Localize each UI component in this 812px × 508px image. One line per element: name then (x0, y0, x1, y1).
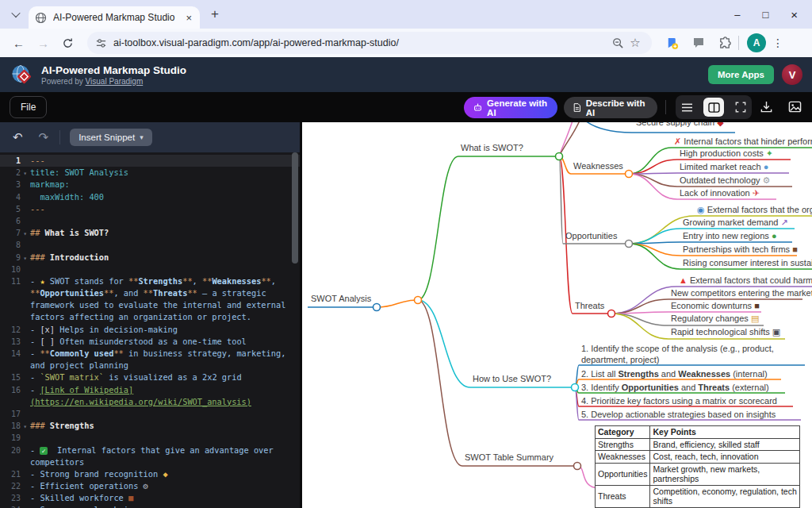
node-label-threat-2[interactable]: New competitors entering the market ✈ (671, 287, 812, 298)
table-cell: Competition, economy, regulation, tech s… (650, 485, 800, 507)
node-label-opportunity-1[interactable]: ◉ External factors that the organizatio (697, 204, 812, 215)
url-text[interactable]: ai-toolbox.visual-paradigm.com/app/ai-po… (113, 37, 609, 48)
back-button[interactable]: ← (13, 37, 25, 50)
export-image-icon[interactable] (788, 100, 802, 114)
node-label-opportunity-2[interactable]: Growing market demand ↗ (683, 217, 788, 228)
icon: ▤ (751, 314, 759, 323)
browser-toolbar: ← → ai-toolbox.visual-paradigm.com/app/a… (0, 29, 812, 57)
describe-with-ai-button[interactable]: Describe with AI (564, 97, 657, 118)
redo-button[interactable]: ↷ (39, 130, 49, 144)
file-menu-button[interactable]: File (10, 96, 47, 118)
editor-line: 1--- (0, 155, 300, 167)
window-maximize-button[interactable]: □ (762, 9, 768, 21)
extensions-puzzle-icon[interactable] (716, 34, 733, 52)
tab-close-button[interactable]: × (184, 12, 193, 24)
node-label-what-is-swot[interactable]: What is SWOT? (461, 142, 523, 153)
mindmap-panel: SWOT AnalysisWhat is SWOT?Secure supply … (300, 122, 812, 508)
link-threat-5 (611, 314, 668, 339)
split-view-icon (708, 102, 720, 113)
node-circle-weaknesses[interactable] (626, 171, 633, 178)
fold-chevron-icon[interactable]: ▾ (23, 167, 27, 179)
node-label-weakness-1[interactable]: ✗ Internal factors that hinder performa (674, 136, 812, 147)
chat-icon[interactable] (690, 34, 707, 52)
swot-summary-table: CategoryKey PointsStrengthsBrand, effici… (595, 425, 800, 508)
panel-divider[interactable] (300, 122, 302, 508)
browser-tab[interactable]: AI-Powered Markmap Studio × (29, 6, 200, 29)
node-label-how-step-1[interactable]: 1. Identify the scope of the analysis (e… (581, 344, 812, 365)
split-view-button-selected[interactable] (703, 98, 724, 117)
node-label-how-step-5[interactable]: 5. Develop actionable strategies based o… (581, 409, 776, 420)
table-cell: Market growth, new markets, partnerships (650, 463, 800, 485)
node-label-weakness-5[interactable]: Lack of innovation ✈ (680, 187, 760, 198)
node-label-opportunity-3[interactable]: Entry into new regions ● (683, 230, 777, 241)
node-label-weakness-2[interactable]: High production costs ✦ (680, 148, 773, 159)
node-label-threat-3[interactable]: Economic downturns ■ (671, 300, 760, 311)
icon: ■ (792, 244, 798, 254)
address-bar[interactable]: ai-toolbox.visual-paradigm.com/app/ai-po… (87, 32, 652, 54)
save-to-collection-icon[interactable] (663, 34, 680, 52)
document-icon (573, 102, 581, 113)
node-label-how-to-use-swot[interactable]: How to Use SWOT? (473, 373, 551, 384)
node-circle-opportunities[interactable] (626, 241, 633, 248)
bookmark-star-icon[interactable]: ☆ (626, 34, 644, 52)
icon: ⚙ (763, 175, 771, 185)
node-label-threat-4[interactable]: Regulatory changes ▤ (671, 313, 759, 324)
node-label-weaknesses[interactable]: Weaknesses (573, 160, 623, 171)
new-tab-button[interactable]: + (211, 6, 219, 22)
node-label-opportunity-4[interactable]: Partnerships with tech firms ■ (683, 244, 798, 255)
brand-avatar[interactable]: V (782, 64, 802, 85)
node-label-threat-1[interactable]: ▲ External factors that could harm the o… (679, 275, 812, 286)
table-header: Category (596, 426, 650, 439)
node-circle-swot-table-summary[interactable] (574, 463, 581, 470)
table-row: ThreatsCompetition, economy, regulation,… (596, 485, 800, 507)
node-label-threats[interactable]: Threats (575, 300, 604, 311)
visual-paradigm-link[interactable]: Visual Paradigm (86, 77, 144, 86)
node-circle-how-to-use-swot[interactable] (572, 384, 579, 391)
node-label-secure-supply-chain[interactable]: Secure supply chain ◆ (636, 122, 724, 128)
node-circle-root[interactable] (373, 304, 381, 311)
node-label-weakness-3[interactable]: Limited market reach ● (680, 161, 768, 172)
generate-with-ai-button[interactable]: Generate with AI (464, 97, 557, 118)
markdown-editor-panel: ↶ ↷ Insert Snippet▾ 1---2▾title: SWOT An… (0, 122, 300, 508)
reload-button[interactable] (59, 34, 76, 52)
fullscreen-icon[interactable] (735, 102, 746, 113)
node-label-weakness-4[interactable]: Outdated technology ⚙ (680, 175, 770, 186)
download-icon[interactable] (760, 100, 773, 114)
tab-search-button[interactable] (6, 5, 25, 24)
profile-avatar[interactable]: A (747, 33, 766, 52)
link-what-is-swot (418, 156, 458, 300)
code-editor[interactable]: 1---2▾title: SWOT Analysis3markmap:4 max… (0, 152, 300, 508)
link-root-junction (377, 300, 418, 307)
node-label-root[interactable]: SWOT Analysis (311, 293, 371, 304)
node-label-opportunity-5[interactable]: Rising consumer interest in sustainabili (683, 257, 812, 268)
forward-button[interactable]: → (37, 37, 49, 50)
fold-chevron-icon[interactable]: ▾ (23, 228, 27, 240)
fold-chevron-icon[interactable]: ▾ (23, 421, 27, 433)
node-label-opportunities[interactable]: Opportunities (565, 230, 617, 241)
window-close-button[interactable]: × (791, 8, 798, 21)
undo-button[interactable]: ↶ (13, 130, 23, 144)
more-apps-button[interactable]: More Apps (708, 65, 774, 84)
browser-menu-icon[interactable]: ⋮ (772, 37, 783, 49)
editor-scrollbar[interactable] (292, 152, 298, 264)
zoom-icon[interactable] (609, 34, 626, 52)
node-label-threat-5[interactable]: Rapid technological shifts ▣ (671, 326, 780, 337)
node-circle-root-junction[interactable] (415, 297, 422, 304)
editor-view-icon[interactable] (681, 102, 693, 113)
editor-toolbar: ↶ ↷ Insert Snippet▾ (0, 122, 300, 152)
node-label-how-step-3[interactable]: 3. Identify Opportunities and Threats (e… (581, 382, 769, 393)
node-circle-what-is-swot[interactable] (556, 153, 563, 160)
app-toolbar: File Generate with AI Describe with AI (0, 92, 812, 122)
node-label-swot-table-summary[interactable]: SWOT Table Summary (465, 452, 553, 463)
insert-snippet-button[interactable]: Insert Snippet▾ (70, 129, 152, 146)
window-minimize-button[interactable]: – (734, 9, 740, 21)
table-row: OpportunitiesMarket growth, new markets,… (596, 463, 800, 485)
icon: ↗ (781, 217, 788, 227)
node-label-how-step-2[interactable]: 2. List all Strengths and Weaknesses (in… (581, 368, 768, 379)
node-label-how-step-4[interactable]: 4. Prioritize key factors using a matrix… (581, 395, 777, 406)
link-swot-table-summary (418, 300, 462, 466)
fold-chevron-icon[interactable]: ▾ (23, 252, 27, 264)
node-circle-threats[interactable] (608, 310, 615, 318)
site-settings-icon[interactable] (95, 37, 107, 49)
icon: ● (764, 162, 769, 171)
